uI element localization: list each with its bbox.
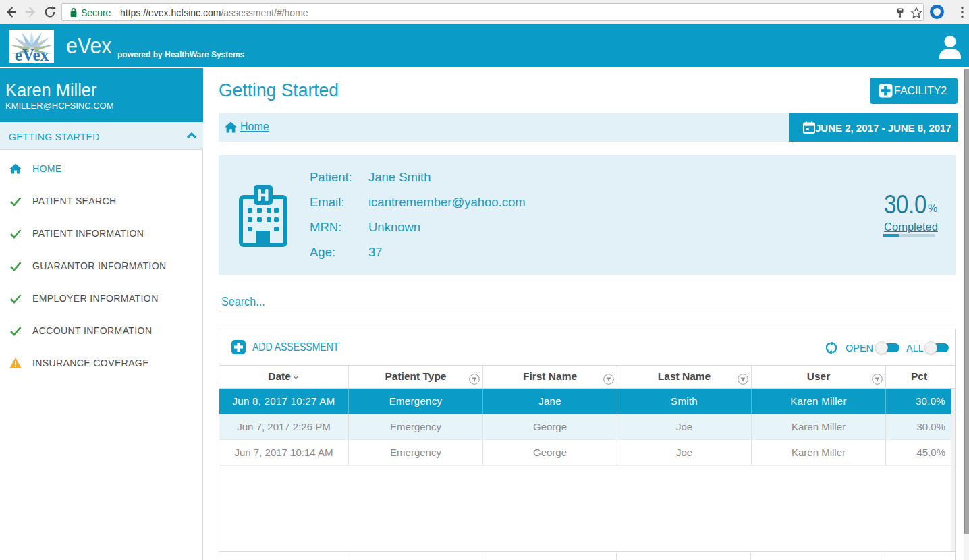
svg-text:eVex: eVex bbox=[15, 46, 49, 63]
